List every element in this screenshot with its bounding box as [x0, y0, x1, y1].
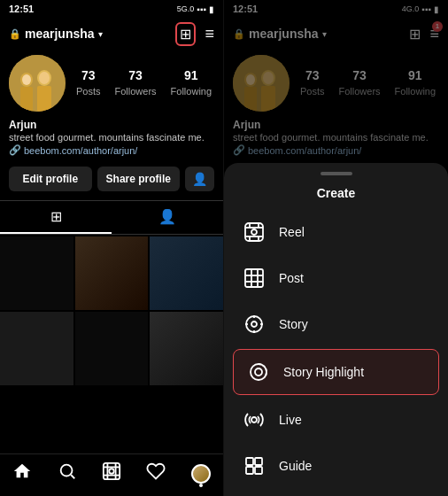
svg-rect-2 [20, 87, 33, 112]
heart-nav-left[interactable] [146, 461, 166, 485]
top-nav-left: 🔒 mearjunsha ▾ ⊞ ≡ [0, 18, 223, 50]
tab-tagged-left[interactable]: 👤 [112, 201, 223, 234]
guide-label: Guide [279, 459, 312, 473]
stat-following-left: 91 Following [171, 68, 212, 98]
svg-rect-22 [245, 223, 263, 241]
posts-label-left: Posts [76, 86, 101, 97]
status-icons-left: 5G.0 ▪▪▪ ▮ [177, 4, 214, 14]
grid-cell-5 [75, 312, 149, 385]
menu-button-left[interactable]: ≡ [205, 25, 214, 43]
add-person-button-left[interactable]: 👤 [185, 167, 214, 191]
grid-icon-left: ⊞ [50, 209, 62, 224]
story-label: Story [279, 317, 308, 331]
svg-point-5 [22, 74, 31, 85]
svg-point-42 [255, 368, 262, 376]
stat-posts-left: 73 Posts [76, 68, 101, 98]
profile-nav-left[interactable] [191, 464, 211, 484]
add-button-left[interactable]: ⊞ [175, 22, 196, 46]
svg-rect-44 [246, 458, 253, 465]
link-text-left: beebom.com/author/arjun/ [24, 145, 137, 156]
grid-cell-6 [150, 312, 223, 385]
bottom-nav-left [0, 453, 223, 496]
post-icon [242, 266, 266, 291]
reel-icon [242, 220, 266, 244]
posts-count-left: 73 [76, 68, 101, 82]
svg-point-7 [60, 465, 72, 477]
sheet-item-live[interactable]: Live [224, 397, 448, 443]
stats-left: 73 Posts 73 Followers 91 Following [76, 68, 214, 98]
profile-avatar-nav-left [191, 464, 211, 484]
sheet-item-reel[interactable]: Reel [224, 209, 448, 255]
photo-grid-left [0, 235, 223, 384]
tab-grid-left[interactable]: ⊞ [0, 201, 112, 234]
grid-cell-4 [0, 312, 73, 385]
story-icon [242, 312, 266, 337]
svg-rect-47 [255, 467, 262, 474]
svg-rect-46 [246, 467, 253, 474]
story-highlight-icon [246, 360, 271, 384]
svg-point-35 [246, 316, 262, 332]
lock-icon-left: 🔒 [9, 28, 21, 40]
svg-point-23 [251, 229, 257, 235]
svg-point-6 [39, 72, 50, 84]
bio-section-left: Arjun street food gourmet. mountains fas… [0, 117, 223, 161]
bio-link-left[interactable]: 🔗 beebom.com/author/arjun/ [9, 144, 214, 156]
svg-line-8 [71, 475, 74, 478]
action-buttons-left: Edit profile Share profile 👤 [0, 161, 223, 197]
username-left: mearjunsha [25, 27, 95, 41]
following-count-left: 91 [171, 68, 212, 82]
reels-nav-left[interactable] [102, 461, 121, 485]
plus-icon-left: ⊞ [180, 27, 191, 42]
live-label: Live [279, 413, 302, 427]
sheet-title: Create [224, 182, 448, 209]
sheet-item-story[interactable]: Story [224, 301, 448, 347]
bio-name-left: Arjun [9, 119, 214, 131]
svg-rect-9 [104, 463, 120, 479]
chevron-icon-left: ▾ [98, 29, 103, 39]
bio-desc-left: street food gourmet. mountains fascinate… [9, 131, 214, 144]
sheet-item-story-highlight[interactable]: Story Highlight [233, 349, 439, 395]
stat-followers-left: 73 Followers [115, 68, 157, 98]
signal-bars: ▪▪▪ [197, 4, 206, 14]
reel-label: Reel [279, 225, 305, 239]
link-icon-left: 🔗 [9, 144, 21, 156]
right-screen: 12:51 4G.0 ▪▪▪ ▮ 🔒 mearjunsha ▾ ⊞ ≡ 1 [224, 0, 448, 496]
story-highlight-label: Story Highlight [283, 365, 364, 379]
svg-rect-4 [37, 86, 51, 112]
time-left: 12:51 [9, 4, 34, 14]
post-label: Post [279, 271, 304, 285]
grid-cell-2 [75, 236, 149, 310]
guide-icon [242, 453, 266, 478]
network-left: 5G.0 [177, 4, 195, 13]
followers-label-left: Followers [115, 86, 157, 97]
live-icon [242, 407, 266, 432]
username-area-left[interactable]: 🔒 mearjunsha ▾ [9, 27, 103, 41]
sheet-handle [321, 172, 352, 175]
home-nav-left[interactable] [12, 461, 32, 485]
svg-point-36 [251, 322, 257, 327]
profile-section-left: 73 Posts 73 Followers 91 Following [0, 50, 223, 117]
status-bar-left: 12:51 5G.0 ▪▪▪ ▮ [0, 0, 223, 18]
avatar-left [9, 55, 66, 112]
followers-count-left: 73 [115, 68, 157, 82]
person-icon-left: 👤 [192, 172, 207, 186]
person-tag-icon-left: 👤 [158, 209, 176, 224]
menu-icon-left: ≡ [205, 25, 214, 43]
edit-profile-button-left[interactable]: Edit profile [9, 167, 92, 191]
battery-icon: ▮ [209, 4, 214, 14]
search-nav-left[interactable] [58, 461, 77, 485]
svg-point-43 [251, 417, 257, 422]
grid-cell-1 [0, 236, 73, 310]
nav-icons-left: ⊞ ≡ [175, 22, 214, 46]
sheet-item-post[interactable]: Post [224, 255, 448, 301]
left-screen: 12:51 5G.0 ▪▪▪ ▮ 🔒 mearjunsha ▾ ⊞ ≡ [0, 0, 224, 496]
following-label-left: Following [171, 86, 212, 97]
svg-rect-45 [255, 458, 262, 465]
sheet-item-guide[interactable]: Guide [224, 443, 448, 489]
svg-rect-30 [245, 269, 263, 287]
grid-cell-3 [150, 236, 223, 310]
svg-point-10 [109, 469, 114, 474]
share-profile-button-left[interactable]: Share profile [97, 167, 181, 191]
create-bottom-sheet: Create Reel [224, 163, 448, 496]
tab-bar-left: ⊞ 👤 [0, 200, 223, 235]
